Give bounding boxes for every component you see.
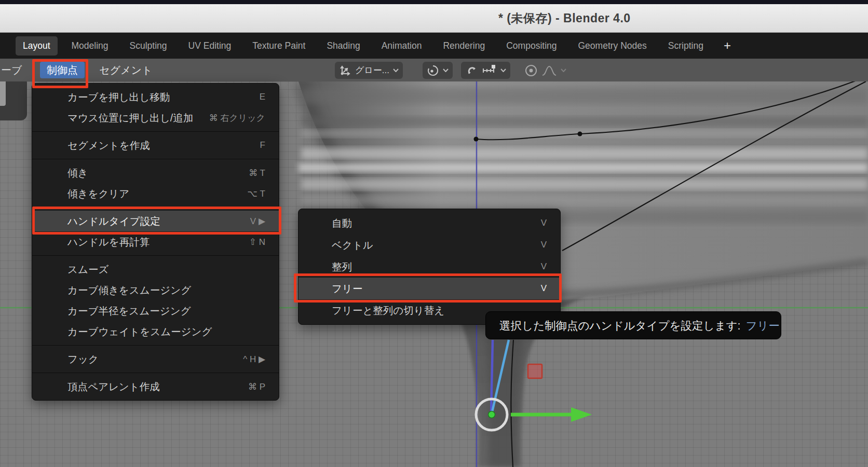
falloff-curve-icon (541, 64, 557, 77)
gizmo-x-arrow-head[interactable] (571, 407, 592, 422)
pivot-point-dropdown[interactable] (423, 62, 453, 79)
curve-menu-partial[interactable]: ーブ (1, 63, 22, 77)
control-points-menu[interactable]: 制御点 (40, 62, 85, 78)
selected-control-point[interactable] (489, 411, 495, 418)
magnet-icon (465, 64, 478, 77)
submenu-item-automatic[interactable]: 自動 V (299, 212, 560, 234)
menu-item-set-handle-type[interactable]: ハンドルタイプ設定 V ▶ (32, 211, 279, 231)
tooltip: 選択した制御点のハンドルタイプを設定します: フリー (485, 311, 781, 339)
proportional-editing-icon (524, 64, 538, 77)
chevron-down-icon (393, 68, 399, 72)
menu-item-recalculate-handles[interactable]: ハンドルを再計算 ⇧ N (32, 231, 279, 252)
menu-item-smooth-radius[interactable]: カーブ半径をスムージング (32, 300, 279, 321)
proportional-editing-controls[interactable] (520, 62, 571, 79)
menu-item-make-vertex-parent[interactable]: 頂点ペアレント作成 ⌘ P (32, 376, 279, 397)
tooltip-value: フリー (746, 318, 780, 333)
tab-compositing[interactable]: Compositing (499, 36, 564, 56)
chevron-down-icon (500, 68, 506, 72)
tab-shading[interactable]: Shading (319, 36, 367, 56)
snap-target-square[interactable] (528, 364, 542, 378)
menu-separator (32, 131, 279, 132)
handle-line-violet[interactable] (491, 340, 493, 414)
active-tool-edge (0, 79, 6, 106)
tab-layout[interactable]: Layout (16, 36, 58, 56)
chevron-down-icon (443, 68, 449, 72)
tab-uv-editing[interactable]: UV Editing (181, 36, 239, 56)
menu-item-smooth-tilt[interactable]: カーブ傾きをスムージング (32, 280, 279, 300)
submenu-item-free[interactable]: フリー V (299, 278, 560, 299)
tab-texture-paint[interactable]: Texture Paint (245, 36, 313, 56)
control-point[interactable] (474, 137, 479, 142)
transform-orientation-icon (339, 64, 351, 77)
menu-separator (32, 159, 279, 159)
submenu-item-aligned[interactable]: 整列 V (299, 256, 560, 278)
chevron-down-icon (561, 68, 566, 72)
window-title: * (未保存) - Blender 4.0 (498, 10, 631, 26)
menu-item-make-segment[interactable]: セグメントを作成 F (32, 135, 279, 156)
tab-animation[interactable]: Animation (374, 36, 429, 56)
control-points-dropdown-menu: カーブを押し出し移動 E マウス位置に押し出し/追加 ⌘ 右クリック セグメント… (32, 83, 279, 401)
pivot-point-icon (427, 64, 439, 77)
control-point[interactable] (578, 132, 582, 136)
workspace-tabbar: Layout Modeling Sculpting UV Editing Tex… (0, 33, 868, 59)
window-titlebar: * (未保存) - Blender 4.0 (0, 4, 868, 33)
segments-menu[interactable]: セグメント (92, 62, 159, 78)
transform-orientation-dropdown[interactable]: グロー... (335, 62, 403, 79)
window-top-strip (0, 0, 868, 4)
tab-modeling[interactable]: Modeling (64, 36, 116, 56)
tab-rendering[interactable]: Rendering (436, 36, 492, 56)
add-workspace-button[interactable]: + (718, 38, 736, 53)
menu-item-extrude-to-cursor[interactable]: マウス位置に押し出し/追加 ⌘ 右クリック (32, 107, 279, 128)
orientation-label: グロー... (355, 64, 389, 76)
tab-sculpting[interactable]: Sculpting (123, 36, 174, 56)
menu-separator (32, 345, 279, 346)
menu-item-hooks[interactable]: フック ^ H ▶ (32, 349, 279, 369)
tab-geometry-nodes[interactable]: Geometry Nodes (571, 36, 654, 56)
tab-scripting[interactable]: Scripting (661, 36, 711, 56)
menu-item-clear-tilt[interactable]: 傾きをクリア ⌥ T (32, 183, 279, 204)
menu-item-smooth[interactable]: スムーズ (32, 259, 279, 280)
viewport-header: ーブ 制御点 セグメント グロー... (0, 59, 868, 81)
snapping-controls[interactable] (461, 62, 510, 79)
menu-item-tilt[interactable]: 傾き ⌘ T (32, 162, 279, 183)
submenu-item-vector[interactable]: ベクトル V (299, 234, 560, 256)
menu-item-smooth-weight[interactable]: カーブウェイトをスムージング (32, 321, 279, 342)
menu-separator (32, 255, 279, 256)
menu-separator (32, 373, 279, 373)
tooltip-text: 選択した制御点のハンドルタイプを設定します: (499, 318, 741, 333)
snap-increment-icon (481, 64, 497, 77)
menu-separator (32, 207, 279, 208)
handle-type-submenu: 自動 V ベクトル V 整列 V フリー V フリーと整列の切り替え (298, 209, 561, 325)
menu-item-extrude-curve[interactable]: カーブを押し出し移動 E (32, 87, 279, 107)
